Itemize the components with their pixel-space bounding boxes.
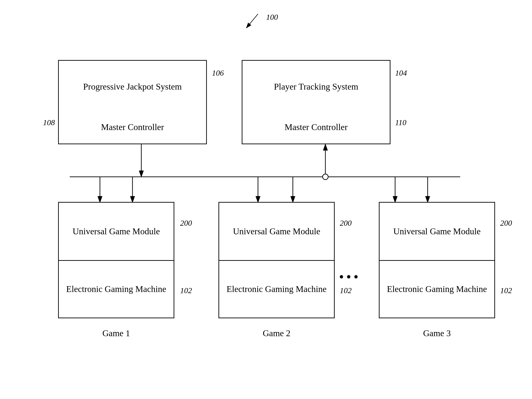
progressive-jackpot-label: Progressive Jackpot System	[83, 81, 182, 92]
game3-ugm-label: Universal Game Module	[393, 226, 481, 237]
diagram: 100 Progressive Jackpot System Master Co…	[0, 0, 532, 399]
pts-master-controller-label: Master Controller	[285, 121, 348, 133]
game2-ugm-box: Universal Game Module	[218, 202, 335, 260]
game2-ugm-label: Universal Game Module	[233, 226, 320, 237]
player-tracking-system-box: Player Tracking System	[242, 60, 390, 113]
game2-egm-box: Electronic Gaming Machine	[218, 260, 335, 318]
ref100-arrow	[228, 9, 274, 37]
game1-ugm-label: Universal Game Module	[73, 226, 160, 237]
pts-ref-104: 104	[395, 69, 407, 78]
game1-label: Game 1	[58, 328, 174, 338]
game3-egm-ref: 102	[500, 286, 512, 295]
game3-ugm-ref: 200	[500, 219, 512, 228]
game1-ugm-box: Universal Game Module	[58, 202, 174, 260]
game1-egm-ref: 102	[180, 286, 192, 295]
ellipsis: • • •	[339, 270, 358, 284]
game2-egm-label: Electronic Gaming Machine	[227, 283, 327, 295]
game3-ugm-box: Universal Game Module	[379, 202, 495, 260]
pjs-master-controller-box: Master Controller	[58, 111, 207, 144]
pjs-ref-106: 106	[212, 69, 224, 78]
game1-egm-box: Electronic Gaming Machine	[58, 260, 174, 318]
game2-ugm-ref: 200	[340, 219, 352, 228]
game2-label: Game 2	[218, 328, 335, 338]
game2-egm-ref: 102	[340, 286, 352, 295]
game1-ugm-ref: 200	[180, 219, 192, 228]
pts-ref-110: 110	[395, 118, 406, 127]
pjs-master-controller-label: Master Controller	[101, 121, 164, 133]
pts-master-controller-box: Master Controller	[242, 111, 390, 144]
svg-point-5	[323, 174, 328, 180]
game3-egm-label: Electronic Gaming Machine	[387, 283, 487, 295]
player-tracking-label: Player Tracking System	[274, 81, 358, 92]
game3-label: Game 3	[379, 328, 495, 338]
game1-egm-label: Electronic Gaming Machine	[66, 283, 166, 295]
game3-egm-box: Electronic Gaming Machine	[379, 260, 495, 318]
progressive-jackpot-system-box: Progressive Jackpot System	[58, 60, 207, 113]
svg-line-18	[246, 14, 258, 28]
pjs-ref-108: 108	[43, 118, 55, 127]
